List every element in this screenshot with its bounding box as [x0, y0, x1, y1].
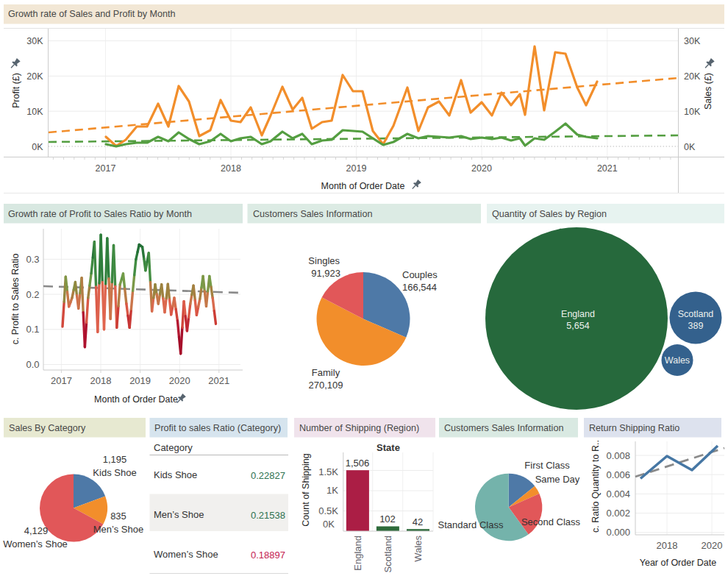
- svg-text:1K: 1K: [326, 485, 338, 496]
- svg-text:0.3: 0.3: [26, 254, 39, 265]
- svg-text:Scotland: Scotland: [678, 309, 714, 319]
- svg-text:Kids Shoe: Kids Shoe: [93, 467, 136, 478]
- svg-text:Standard Class: Standard Class: [438, 519, 504, 530]
- svg-text:10K: 10K: [26, 107, 43, 117]
- svg-text:2017: 2017: [96, 163, 116, 174]
- svg-text:42: 42: [413, 516, 423, 527]
- svg-text:0.22827: 0.22827: [251, 470, 285, 481]
- svg-text:2019: 2019: [346, 163, 367, 174]
- svg-text:2020: 2020: [702, 540, 723, 551]
- svg-text:0.0: 0.0: [26, 359, 39, 370]
- svg-text:4,129: 4,129: [24, 525, 49, 536]
- svg-text:Sales By Category: Sales By Category: [9, 423, 86, 433]
- svg-text:Kids Shoe: Kids Shoe: [154, 469, 197, 480]
- svg-text:20K: 20K: [684, 71, 701, 82]
- svg-text:Sales (£): Sales (£): [703, 73, 713, 110]
- svg-text:5,654: 5,654: [566, 321, 589, 331]
- svg-text:0.000: 0.000: [606, 527, 630, 538]
- svg-text:1,195: 1,195: [103, 454, 127, 465]
- svg-text:166,544: 166,544: [402, 282, 437, 293]
- svg-text:2018: 2018: [657, 540, 678, 551]
- svg-text:2019: 2019: [129, 375, 151, 386]
- svg-text:1,506: 1,506: [346, 458, 370, 469]
- svg-text:Men’s Shoe: Men’s Shoe: [154, 509, 204, 520]
- svg-text:Return Shipping Ratio: Return Shipping Ratio: [589, 423, 679, 433]
- svg-text:0.002: 0.002: [606, 508, 630, 519]
- svg-text:State: State: [377, 442, 400, 453]
- svg-text:Same Day: Same Day: [535, 474, 580, 485]
- svg-text:c. Ratio Quantity to R..: c. Ratio Quantity to R..: [590, 440, 601, 533]
- svg-text:Growth rate of Profit to Sales: Growth rate of Profit to Sales Ratio by …: [8, 209, 192, 219]
- svg-text:Women’s Shoe: Women’s Shoe: [3, 538, 68, 550]
- svg-text:0K: 0K: [323, 519, 335, 530]
- svg-text:Scotland: Scotland: [382, 536, 393, 573]
- svg-text:0.006: 0.006: [606, 469, 630, 480]
- svg-text:2018: 2018: [221, 163, 241, 174]
- svg-text:0.21538: 0.21538: [251, 510, 285, 521]
- svg-text:0.2: 0.2: [26, 289, 39, 300]
- svg-text:20K: 20K: [26, 71, 43, 82]
- svg-text:Month of Order Date: Month of Order Date: [94, 394, 178, 405]
- svg-text:Women’s Shoe: Women’s Shoe: [154, 549, 218, 560]
- svg-text:Singles: Singles: [308, 255, 340, 266]
- svg-text:2020: 2020: [471, 163, 492, 174]
- svg-text:2017: 2017: [51, 375, 72, 386]
- svg-text:270,109: 270,109: [309, 380, 343, 391]
- svg-text:Men’s Shoe: Men’s Shoe: [93, 524, 143, 535]
- svg-text:Couples: Couples: [402, 269, 438, 280]
- svg-text:Profit to sales Ratio (Categor: Profit to sales Ratio (Category): [154, 423, 281, 433]
- svg-text:Month of Order Date: Month of Order Date: [321, 181, 405, 191]
- svg-text:Number of Shipping (Region): Number of Shipping (Region): [299, 423, 419, 433]
- svg-text:0.008: 0.008: [606, 450, 630, 461]
- svg-text:835: 835: [110, 511, 126, 522]
- svg-text:10K: 10K: [684, 107, 701, 117]
- svg-text:2020: 2020: [169, 375, 190, 386]
- svg-text:2021: 2021: [208, 375, 229, 386]
- svg-text:Family: Family: [312, 367, 340, 378]
- svg-text:Year of Order Date: Year of Order Date: [640, 558, 717, 568]
- svg-text:0.5K: 0.5K: [318, 505, 338, 516]
- svg-text:0K: 0K: [32, 142, 43, 152]
- svg-text:1.5K: 1.5K: [318, 466, 338, 477]
- svg-text:England: England: [561, 309, 595, 319]
- svg-text:Customers Sales Information: Customers Sales Information: [444, 423, 563, 433]
- svg-text:Category: Category: [154, 442, 193, 453]
- svg-text:c. Profit to Sales Ratio: c. Profit to Sales Ratio: [10, 254, 21, 345]
- svg-text:Second Class: Second Class: [521, 516, 581, 527]
- svg-text:England: England: [352, 536, 363, 571]
- svg-text:Customers Sales Information: Customers Sales Information: [253, 209, 372, 219]
- svg-text:91,923: 91,923: [311, 268, 340, 279]
- svg-text:389: 389: [688, 321, 704, 331]
- svg-text:0K: 0K: [684, 142, 696, 152]
- svg-text:102: 102: [379, 513, 396, 525]
- svg-text:Wales: Wales: [413, 536, 424, 562]
- svg-text:Count of Shipping: Count of Shipping: [301, 453, 311, 526]
- svg-text:Growth rate of Sales and Profi: Growth rate of Sales and Profit by Month: [8, 9, 176, 19]
- svg-text:2018: 2018: [90, 375, 112, 386]
- svg-text:0.18897: 0.18897: [251, 550, 285, 561]
- svg-text:Wales: Wales: [665, 355, 690, 366]
- svg-text:0.004: 0.004: [606, 488, 630, 499]
- svg-text:2021: 2021: [597, 163, 618, 174]
- svg-text:30K: 30K: [26, 36, 43, 46]
- svg-text:0.1: 0.1: [26, 324, 39, 335]
- svg-text:Profit (£): Profit (£): [11, 73, 21, 108]
- svg-text:Quantity of Sales by Region: Quantity of Sales by Region: [492, 209, 607, 219]
- svg-text:30K: 30K: [684, 36, 701, 46]
- svg-text:First Class: First Class: [524, 460, 570, 471]
